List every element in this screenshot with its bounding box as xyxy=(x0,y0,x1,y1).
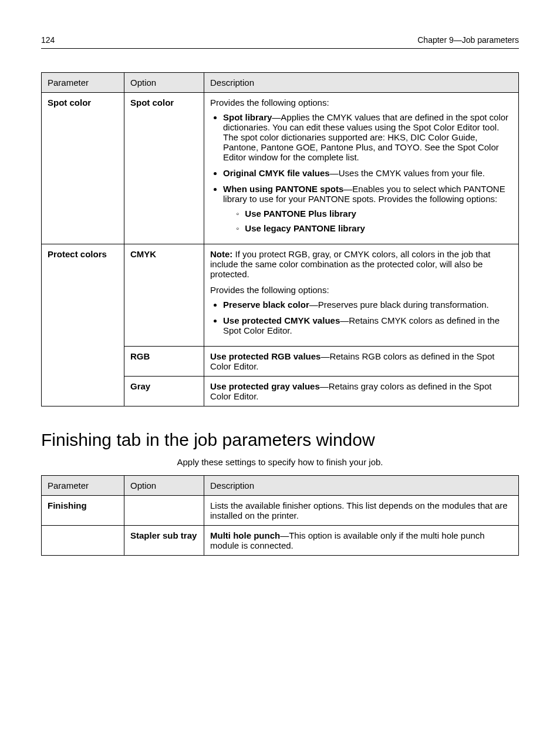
sub-item: Use PANTONE Plus library xyxy=(245,209,356,219)
item-bold: Use protected gray values xyxy=(210,381,320,391)
table-row: Finishing Lists the available finisher o… xyxy=(42,496,519,526)
note-label: Note: xyxy=(210,249,232,259)
option-list: Preserve black color—Preserves pure blac… xyxy=(210,300,512,335)
cell-description: Provides the following options: Spot lib… xyxy=(204,93,519,244)
lead-text: Provides the following options: xyxy=(210,98,329,107)
cell-description: Multi hole punch—This option is availabl… xyxy=(204,526,519,556)
col-header-option: Option xyxy=(124,73,204,93)
cell-option: Gray xyxy=(124,377,204,406)
cell-param: Finishing xyxy=(42,496,124,526)
col-header-option: Option xyxy=(124,476,204,496)
item-bold: Use protected RGB values xyxy=(210,351,321,361)
list-item: Original CMYK file values—Uses the CMYK … xyxy=(223,168,512,178)
page-header: 124 Chapter 9—Job parameters xyxy=(41,35,519,49)
cell-option: Spot color xyxy=(124,93,204,244)
cell-option xyxy=(124,496,204,526)
list-item: When using PANTONE spots—Enables you to … xyxy=(223,184,512,233)
cell-param xyxy=(42,526,124,556)
item-bold: Multi hole punch xyxy=(210,530,280,540)
list-item: Preserve black color—Preserves pure blac… xyxy=(223,300,512,310)
table-row: Protect colors CMYK Note: If you protect… xyxy=(42,244,519,347)
option-list: Spot library—Applies the CMYK values tha… xyxy=(210,112,512,233)
cell-option: Stapler sub tray xyxy=(124,526,204,556)
table-row: Stapler sub tray Multi hole punch—This o… xyxy=(42,526,519,556)
sub-list: Use PANTONE Plus library Use legacy PANT… xyxy=(223,209,512,233)
cell-option: CMYK xyxy=(124,244,204,347)
item-bold: Spot library xyxy=(223,112,272,122)
cell-description: Use protected gray values—Retains gray c… xyxy=(204,377,519,406)
cell-description: Lists the available finisher options. Th… xyxy=(204,496,519,526)
note: Note: If you protect RGB, gray, or CMYK … xyxy=(210,249,512,279)
cell-option: RGB xyxy=(124,347,204,377)
chapter-label: Chapter 9—Job parameters xyxy=(417,35,519,45)
list-item: Use legacy PANTONE library xyxy=(236,223,512,233)
lead-text: Provides the following options: xyxy=(210,285,512,295)
parameters-table-2: Parameter Option Description Finishing L… xyxy=(41,475,519,556)
item-bold: Original CMYK file values xyxy=(223,168,330,178)
section-subtitle: Apply these settings to specify how to f… xyxy=(41,457,519,467)
item-bold: Use protected CMYK values xyxy=(223,315,340,325)
item-bold: Preserve black color xyxy=(223,300,309,310)
table-row: Spot color Spot color Provides the follo… xyxy=(42,93,519,244)
col-header-parameter: Parameter xyxy=(42,476,124,496)
col-header-parameter: Parameter xyxy=(42,73,124,93)
list-item: Use PANTONE Plus library xyxy=(236,209,512,219)
page-number: 124 xyxy=(41,35,55,45)
cell-param: Spot color xyxy=(42,93,124,244)
item-rest: —Preserves pure black during transformat… xyxy=(309,300,489,310)
note-rest: If you protect RGB, gray, or CMYK colors… xyxy=(210,249,490,279)
cell-description: Use protected RGB values—Retains RGB col… xyxy=(204,347,519,377)
list-item: Use protected CMYK values—Retains CMYK c… xyxy=(223,315,512,335)
item-bold: When using PANTONE spots xyxy=(223,184,343,194)
list-item: Spot library—Applies the CMYK values tha… xyxy=(223,112,512,162)
cell-description: Note: If you protect RGB, gray, or CMYK … xyxy=(204,244,519,347)
col-header-description: Description xyxy=(204,73,519,93)
sub-item: Use legacy PANTONE library xyxy=(245,223,365,233)
cell-param: Protect colors xyxy=(42,244,124,406)
col-header-description: Description xyxy=(204,476,519,496)
parameters-table-1: Parameter Option Description Spot color … xyxy=(41,72,519,406)
item-rest: —Uses the CMYK values from your file. xyxy=(330,168,485,178)
section-heading: Finishing tab in the job parameters wind… xyxy=(41,430,519,450)
